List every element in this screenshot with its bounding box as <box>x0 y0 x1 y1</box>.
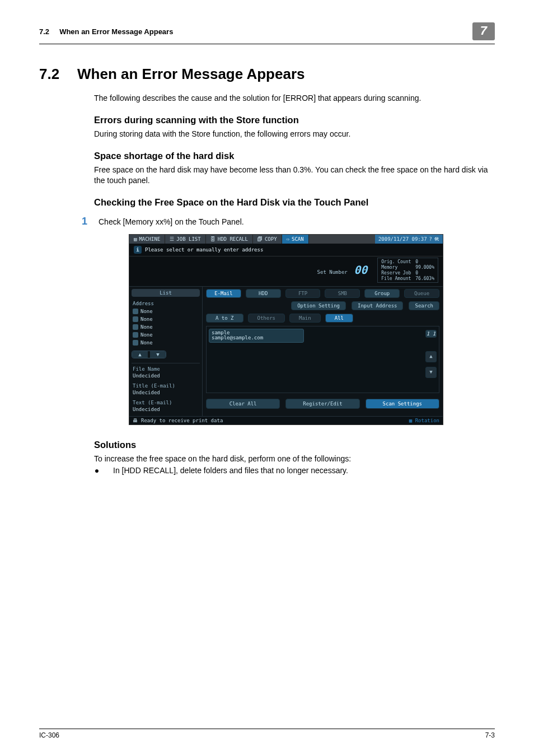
entry-counter: 1 1 <box>425 330 437 338</box>
chapter-number-tab: 7 <box>472 22 495 40</box>
dest-tab-smb[interactable]: SMB <box>325 289 360 298</box>
search-button[interactable]: Search <box>409 301 439 310</box>
filter-others[interactable]: Others <box>248 314 285 323</box>
arrow-up-icon[interactable]: ▲ <box>132 351 148 358</box>
list-scroll-up[interactable]: ▲ <box>425 351 437 362</box>
tp-tab-scan[interactable]: ⇨SCAN <box>282 235 309 244</box>
clear-all-button[interactable]: Clear All <box>206 399 280 409</box>
bullet-text: In [HDD RECALL], delete folders and file… <box>113 466 348 475</box>
group-icon <box>133 340 138 346</box>
side-address-label: Address <box>132 300 200 307</box>
subtext-store-errors: During storing data with the Store funct… <box>94 129 495 139</box>
dest-tab-ftp[interactable]: FTP <box>285 289 321 298</box>
running-head: 7.2 When an Error Message Appears <box>39 27 173 36</box>
list-scroll-down[interactable]: ▼ <box>425 367 437 378</box>
side-address-row: None <box>132 339 200 346</box>
info-icon: i <box>134 246 142 254</box>
side-address-row: None <box>132 332 200 338</box>
section-lead: The following describes the cause and th… <box>94 93 495 104</box>
tp-top-tabs: ▤MACHINE ☰JOB LIST 🗄HDD RECALL 🗐COPY ⇨SC… <box>129 235 443 244</box>
subhead-check-free-space: Checking the Free Space on the Hard Disk… <box>94 197 495 208</box>
dest-tab-hdd[interactable]: HDD <box>246 289 281 298</box>
subhead-solutions: Solutions <box>94 440 495 450</box>
rotation-indicator: ▦ Rotation <box>409 418 439 423</box>
section-number: 7.2 <box>39 66 66 83</box>
tp-status-text: Ready to receive print data <box>141 418 223 423</box>
arrow-down-icon[interactable]: ▼ <box>150 351 166 358</box>
tp-tab-copy[interactable]: 🗐COPY <box>253 235 282 244</box>
disk-icon <box>133 316 138 322</box>
option-setting-button[interactable]: Option Setting <box>291 301 346 310</box>
set-number-label: Set Number <box>317 269 348 275</box>
tp-message: Please select or manually enter address <box>145 247 263 253</box>
dest-tab-queue[interactable]: Queue <box>404 289 439 298</box>
tp-tab-hddrecall[interactable]: 🗄HDD RECALL <box>206 235 253 244</box>
filter-all[interactable]: All <box>325 314 353 323</box>
step-text: Check [Memory xx%] on the Touch Panel. <box>99 217 495 226</box>
address-list: sample sample@sample.com 1 1 ▲ ▼ <box>206 326 439 393</box>
register-edit-button[interactable]: Register/Edit <box>285 399 359 409</box>
wrench-icon[interactable]: 🛠 <box>434 236 439 242</box>
subhead-space-shortage: Space shortage of the hard disk <box>94 151 495 161</box>
filter-main[interactable]: Main <box>289 314 321 323</box>
bullet-dot-icon: ● <box>94 466 100 475</box>
text-email-value[interactable]: Undecided <box>132 407 200 414</box>
footer-left: IC-306 <box>39 731 59 739</box>
file-name-value[interactable]: Undecided <box>132 373 200 380</box>
tp-tab-joblist[interactable]: ☰JOB LIST <box>165 235 205 244</box>
running-head-title: When an Error Message Appears <box>59 27 173 36</box>
bullet-item: ● In [HDD RECALL], delete folders and fi… <box>94 466 495 475</box>
server-icon <box>133 324 138 330</box>
input-address-button[interactable]: Input Address <box>352 301 403 310</box>
address-entry[interactable]: sample sample@sample.com <box>209 329 304 343</box>
text-email-label: Text (E-mail) <box>132 398 200 405</box>
footer-right: 7-3 <box>485 731 495 739</box>
side-address-row: None <box>132 324 200 330</box>
set-number-value: 00 <box>354 263 367 277</box>
side-nav-arrows[interactable]: ▲▼ <box>132 351 166 358</box>
title-email-value[interactable]: Undecided <box>132 390 200 397</box>
footer-rule <box>39 729 495 729</box>
side-address-row: None <box>132 308 200 315</box>
file-name-label: File Name <box>132 365 200 372</box>
solutions-intro: To increase the free space on the hard d… <box>94 454 495 464</box>
tp-tab-machine[interactable]: ▤MACHINE <box>129 235 165 244</box>
step-number: 1 <box>77 216 87 227</box>
tp-clock: 2009/11/27 09:37 ? 🛠 <box>375 235 443 244</box>
section-title: When an Error Message Appears <box>77 66 305 83</box>
subtext-space-shortage: Free space on the hard disk may have bec… <box>94 165 495 186</box>
header-rule <box>39 44 495 44</box>
subhead-store-errors: Errors during scanning with the Store fu… <box>94 115 495 125</box>
dest-tab-email[interactable]: E-Mail <box>206 289 241 298</box>
dest-tab-group[interactable]: Group <box>364 289 400 298</box>
phone-icon <box>133 309 138 314</box>
scan-settings-button[interactable]: Scan Settings <box>366 399 439 409</box>
running-head-num: 7.2 <box>39 27 49 36</box>
printer-icon: 🖶 <box>133 418 138 423</box>
title-email-label: Title (E-mail) <box>132 381 200 389</box>
side-address-row: None <box>132 316 200 323</box>
touch-panel-screenshot: ▤MACHINE ☰JOB LIST 🗄HDD RECALL 🗐COPY ⇨SC… <box>129 234 442 425</box>
filter-atoz[interactable]: A to Z <box>206 314 243 323</box>
side-list-label[interactable]: List <box>132 289 200 297</box>
help-icon[interactable]: ? <box>429 236 432 242</box>
tp-counters: Orig. Count0 Memory99.000% Reserve Job0 … <box>377 258 438 283</box>
folder-icon <box>133 332 138 338</box>
